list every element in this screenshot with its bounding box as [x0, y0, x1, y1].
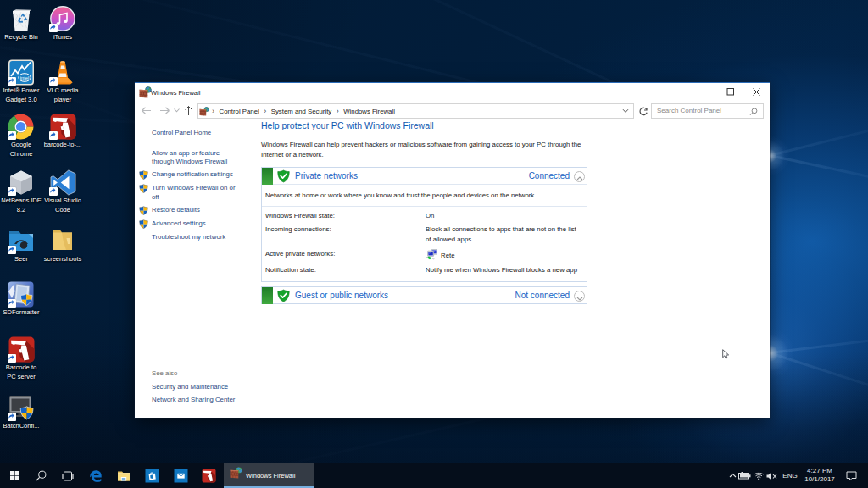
svg-text:intel: intel	[20, 75, 30, 80]
